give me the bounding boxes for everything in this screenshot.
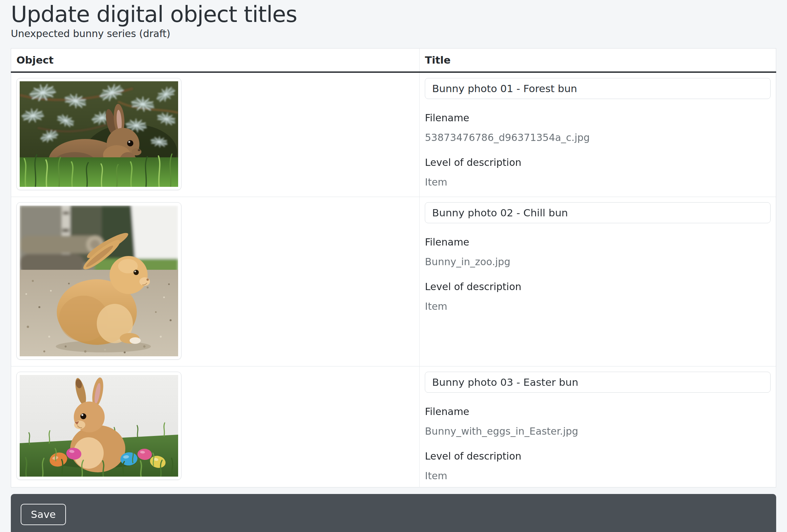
bunny-photo-3-image: [20, 375, 178, 476]
filename-value: 53873476786_d96371354a_c.jpg: [425, 132, 771, 143]
table-row: Filename 53873476786_d96371354a_c.jpg Le…: [11, 72, 776, 197]
title-input-row-2[interactable]: [425, 202, 771, 223]
table-header-row: Object Title: [11, 48, 776, 72]
bunny-photo-2-image: [20, 205, 178, 356]
digital-object-thumbnail[interactable]: [16, 78, 182, 190]
filename-value: Bunny_with_eggs_in_Easter.jpg: [425, 425, 771, 437]
page: Update digital object titles Unexpected …: [0, 0, 787, 532]
level-of-description-value: Item: [425, 176, 771, 188]
bunny-photo-1-image: [20, 81, 178, 187]
title-input-row-1[interactable]: [425, 78, 771, 99]
level-of-description-value: Item: [425, 470, 771, 482]
level-of-description-label: Level of description: [425, 281, 771, 293]
save-button[interactable]: Save: [21, 504, 66, 525]
digital-objects-table: Object Title: [11, 48, 776, 487]
grass-foreground: [20, 154, 178, 187]
filename-label: Filename: [425, 406, 771, 418]
filename-label: Filename: [425, 236, 771, 248]
level-of-description-label: Level of description: [425, 157, 771, 169]
action-bar: Save: [11, 494, 776, 532]
title-input-row-3[interactable]: [425, 372, 771, 393]
title-cell: Filename 53873476786_d96371354a_c.jpg Le…: [420, 72, 776, 197]
zoo-background: [20, 205, 178, 274]
column-header-title: Title: [420, 48, 776, 72]
page-subtitle: Unexpected bunny series (draft): [11, 28, 776, 40]
object-cell: [11, 72, 420, 197]
filename-value: Bunny_in_zoo.jpg: [425, 256, 771, 268]
level-of-description-label: Level of description: [425, 450, 771, 462]
level-of-description-value: Item: [425, 301, 771, 312]
title-cell: Filename Bunny_in_zoo.jpg Level of descr…: [420, 197, 776, 367]
digital-object-thumbnail[interactable]: [16, 202, 182, 360]
table-row: Filename Bunny_with_eggs_in_Easter.jpg L…: [11, 367, 776, 487]
filename-label: Filename: [425, 112, 771, 124]
table-row: Filename Bunny_in_zoo.jpg Level of descr…: [11, 197, 776, 367]
object-cell: [11, 197, 420, 367]
column-header-object: Object: [11, 48, 420, 72]
object-cell: [11, 367, 420, 487]
page-title: Update digital object titles: [11, 2, 776, 27]
digital-object-thumbnail[interactable]: [16, 372, 182, 480]
title-cell: Filename Bunny_with_eggs_in_Easter.jpg L…: [420, 367, 776, 487]
